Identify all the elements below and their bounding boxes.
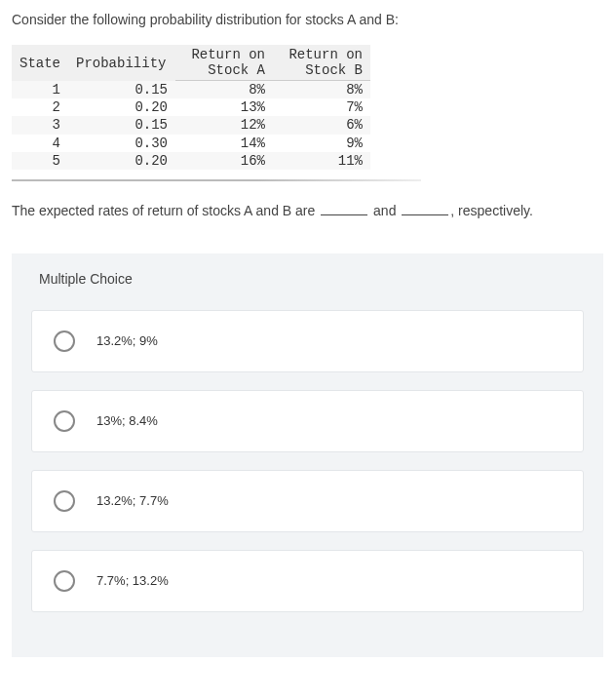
fill-post: , respectively. [450,203,533,218]
question-prompt: Consider the following probability distr… [12,12,603,27]
radio-icon[interactable] [54,410,75,432]
cell-a: 16% [175,152,273,170]
cell-state: 4 [12,135,68,152]
choice-label: 13%; 8.4% [96,413,158,428]
fill-mid: and [369,203,400,218]
table-row: 1 0.15 8% 8% [12,81,370,99]
table-row: 3 0.15 12% 6% [12,116,370,134]
cell-b: 6% [273,116,370,134]
table-row: 4 0.30 14% 9% [12,135,370,152]
cell-state: 5 [12,152,68,170]
table-row: 5 0.20 16% 11% [12,152,370,170]
cell-state: 3 [12,116,68,134]
cell-a: 14% [175,135,273,152]
cell-a: 8% [175,81,273,99]
col-header-stock-a: Stock A [175,62,273,81]
blank-1 [321,204,367,215]
col-header-stock-b: Stock B [273,62,370,81]
table-row: 2 0.20 13% 7% [12,98,370,116]
cell-prob: 0.20 [68,152,175,170]
choice-label: 7.7%; 13.2% [96,573,169,588]
col-header-state: State [12,45,68,81]
choice-label: 13.2%; 9% [96,333,158,348]
cell-a: 12% [175,116,273,134]
col-header-return-on-a: Return on [175,45,273,62]
radio-icon[interactable] [54,570,75,592]
cell-b: 11% [273,152,370,170]
cell-b: 9% [273,135,370,152]
cell-state: 2 [12,98,68,116]
blank-2 [402,204,448,215]
cell-state: 1 [12,81,68,99]
cell-b: 8% [273,81,370,99]
cell-prob: 0.30 [68,135,175,152]
mc-title: Multiple Choice [39,271,584,287]
choice-label: 13.2%; 7.7% [96,493,169,508]
table-divider [12,179,421,181]
cell-prob: 0.15 [68,116,175,134]
radio-icon[interactable] [54,331,75,352]
col-header-return-on-b: Return on [273,45,370,62]
col-header-probability: Probability [68,45,175,81]
cell-prob: 0.15 [68,81,175,99]
choice-option[interactable]: 7.7%; 13.2% [31,550,584,612]
data-table: State Probability Return on Return on St… [12,45,603,170]
cell-prob: 0.20 [68,98,175,116]
fill-in-sentence: The expected rates of return of stocks A… [12,203,603,218]
cell-a: 13% [175,98,273,116]
choice-option[interactable]: 13.2%; 9% [31,310,584,372]
multiple-choice-section: Multiple Choice 13.2%; 9% 13%; 8.4% 13.2… [12,253,603,657]
choice-option[interactable]: 13.2%; 7.7% [31,470,584,532]
cell-b: 7% [273,98,370,116]
fill-pre: The expected rates of return of stocks A… [12,203,319,218]
radio-icon[interactable] [54,490,75,512]
choice-option[interactable]: 13%; 8.4% [31,390,584,452]
